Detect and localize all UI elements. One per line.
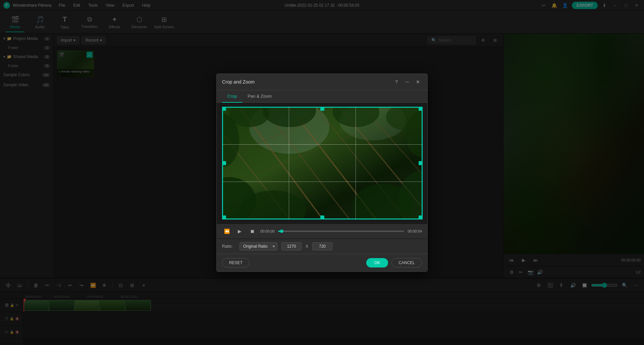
crop-step-back-button[interactable]: ⏪ [222,227,231,236]
modal-overlay[interactable]: Crop and Zoom ? ─ ✕ Crop Pan & Zoom [0,0,644,345]
crop-playback: ⏪ ▶ ⏹ 00:00:00 00:00:54 [217,224,427,239]
crop-tabs: Crop Pan & Zoom [217,90,427,103]
crop-progress-bar[interactable] [278,231,404,232]
crop-ratio-row: Ratio: Original Ratio 16:9 4:3 1:1 9:16 … [217,239,427,254]
ratio-width-input[interactable]: 1270 [281,242,302,250]
crop-tab-panzoom[interactable]: Pan & Zoom [242,90,277,103]
crop-total-time: 00:00:54 [408,229,422,233]
ratio-label: Ratio: [222,244,235,249]
crop-play-button[interactable]: ▶ [235,227,244,236]
crop-current-time: 00:00:00 [260,229,275,233]
crop-preview-container[interactable] [222,107,423,219]
reset-button[interactable]: RESET [222,258,250,267]
crop-close-button[interactable]: ✕ [414,78,422,86]
crop-dialog-title: Crop and Zoom [222,79,255,85]
ratio-height-input[interactable]: 720 [312,242,332,250]
crop-dialog-header: Crop and Zoom ? ─ ✕ [217,74,427,90]
crop-dialog: Crop and Zoom ? ─ ✕ Crop Pan & Zoom [216,73,428,272]
crop-preview-area [217,103,427,224]
ok-button[interactable]: OK [366,258,388,267]
crop-progress-dot [280,230,283,233]
crop-help-button[interactable]: ? [392,78,400,86]
ratio-select-wrapper: Original Ratio 16:9 4:3 1:1 9:16 [239,242,277,250]
ratio-x-label: X [306,244,308,249]
footer-right: OK CANCEL [366,258,422,267]
crop-minimize-button[interactable]: ─ [403,78,411,86]
crop-tab-crop[interactable]: Crop [222,90,242,103]
crop-dialog-header-right: ? ─ ✕ [392,78,422,86]
ratio-select[interactable]: Original Ratio 16:9 4:3 1:1 9:16 [239,242,277,250]
crop-footer: RESET OK CANCEL [217,254,427,272]
crop-preview-svg [222,107,422,219]
cancel-button[interactable]: CANCEL [391,258,422,267]
crop-stop-button[interactable]: ⏹ [248,227,257,236]
